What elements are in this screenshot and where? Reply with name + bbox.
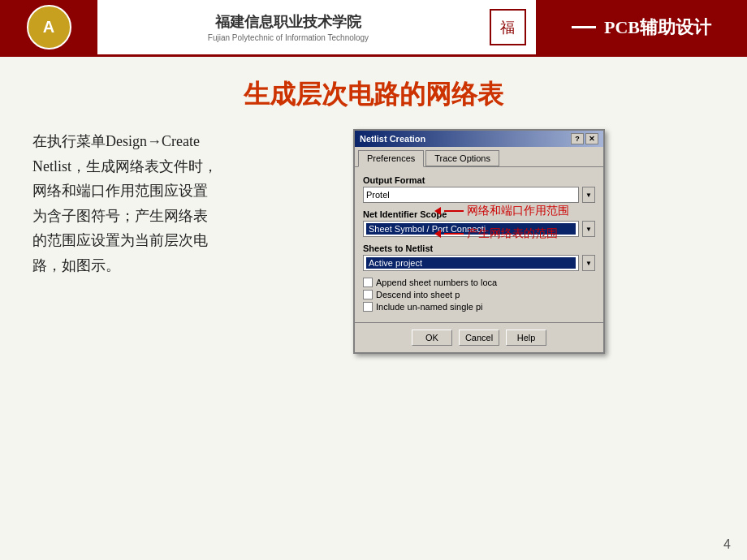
dialog-close-btn[interactable]: ✕ — [585, 133, 598, 144]
help-button[interactable]: Help — [506, 330, 546, 346]
left-description: 在执行菜单Design→Create Netlist，生成网络表文件时，网络和端… — [32, 129, 219, 278]
emblem-character: 福 — [490, 9, 526, 45]
title-line-decoration — [572, 26, 596, 28]
output-format-row: Protel ▼ — [363, 187, 595, 203]
output-format-label: Output Format — [363, 175, 595, 185]
logo-text: A — [43, 18, 54, 37]
sheets-value: Active project — [366, 257, 576, 269]
header-school-info: 福建信息职业技术学院 Fujian Polytechnic of Informa… — [97, 0, 479, 54]
checkbox-include[interactable] — [363, 302, 373, 312]
output-format-dropdown[interactable]: Protel — [363, 187, 579, 203]
arrow-line-2 — [444, 233, 464, 235]
dialog-footer: OK Cancel Help — [355, 322, 603, 352]
sheets-row: Active project ▼ — [363, 255, 595, 271]
checkbox-row-2: Descend into sheet p — [363, 290, 595, 299]
header-logo: A — [0, 0, 97, 54]
checkbox-descend[interactable] — [363, 290, 373, 299]
header-title-section: PCB辅助设计 — [536, 0, 747, 54]
ok-button[interactable]: OK — [412, 330, 452, 346]
header-title: PCB辅助设计 — [604, 15, 711, 40]
dialog-help-btn[interactable]: ? — [571, 133, 584, 144]
annotation-sheets: 产生网络表的范围 — [434, 226, 558, 241]
arrow-line-1 — [444, 210, 464, 212]
annotation-text-2: 产生网络表的范围 — [467, 226, 558, 241]
output-format-arrow[interactable]: ▼ — [582, 187, 595, 203]
page-title: 生成层次电路的网络表 — [0, 77, 747, 113]
header-emblem: 福 — [479, 0, 536, 54]
tab-preferences[interactable]: Preferences — [358, 150, 424, 167]
dialog-area: 网络和端口作用范围 产生网络表的范围 Netlist Creation ? ✕ … — [244, 129, 715, 354]
netlist-creation-dialog: Netlist Creation ? ✕ Preferences Trace O… — [353, 129, 605, 354]
annotation-net-identifier: 网络和端口作用范围 — [434, 204, 569, 218]
cancel-button[interactable]: Cancel — [459, 330, 499, 346]
school-logo: A — [27, 5, 71, 50]
annotation-text-1: 网络和端口作用范围 — [467, 204, 569, 218]
net-identifier-arrow[interactable]: ▼ — [582, 221, 595, 237]
output-format-value: Protel — [366, 190, 390, 200]
header: A 福建信息职业技术学院 Fujian Polytechnic of Infor… — [0, 0, 747, 57]
arrow-head-1 — [434, 207, 441, 215]
checkbox-label-2: Descend into sheet p — [376, 290, 460, 299]
sheets-dropdown[interactable]: Active project — [363, 255, 579, 271]
dialog-body: Output Format Protel ▼ Net Identifier Sc… — [355, 167, 603, 322]
output-format-group: Output Format Protel ▼ — [363, 175, 595, 203]
checkbox-append[interactable] — [363, 278, 373, 287]
tab-trace-options[interactable]: Trace Options — [425, 150, 499, 166]
sheets-arrow[interactable]: ▼ — [582, 255, 595, 271]
arrow-head-2 — [434, 230, 441, 238]
checkbox-label-3: Include un-named single pi — [376, 302, 482, 312]
sheets-to-netlist-group: Sheets to Netlist Active project ▼ — [363, 243, 595, 271]
dialog-tabs: Preferences Trace Options — [355, 147, 603, 167]
dialog-titlebar: Netlist Creation ? ✕ — [355, 131, 603, 147]
school-name-chinese: 福建信息职业技术学院 — [215, 12, 361, 32]
page-number: 4 — [723, 537, 731, 552]
content-area: 在执行菜单Design→Create Netlist，生成网络表文件时，网络和端… — [0, 129, 747, 354]
checkbox-label-1: Append sheet numbers to loca — [376, 278, 497, 287]
dialog-window-buttons: ? ✕ — [571, 133, 598, 144]
sheets-label: Sheets to Netlist — [363, 243, 595, 253]
checkbox-row-3: Include un-named single pi — [363, 302, 595, 312]
school-name-english: Fujian Polytechnic of Information Techno… — [208, 33, 369, 42]
dialog-title: Netlist Creation — [360, 134, 425, 144]
checkbox-row-1: Append sheet numbers to loca — [363, 278, 595, 287]
